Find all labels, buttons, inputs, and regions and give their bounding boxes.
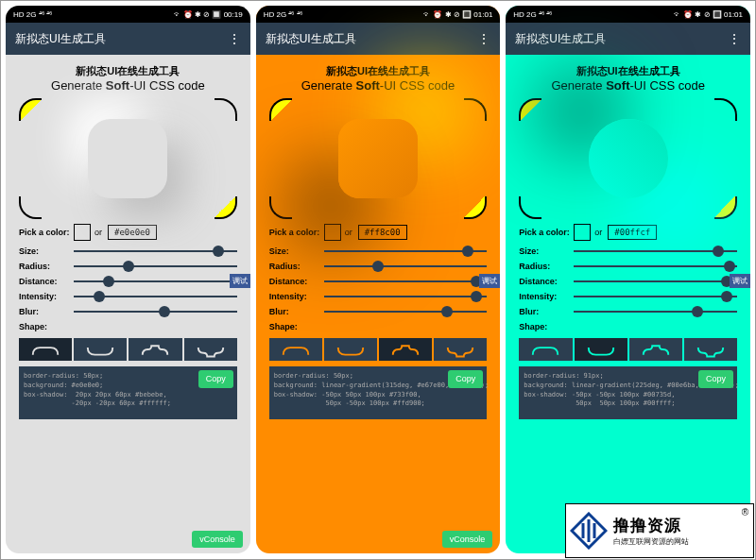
light-corner-br[interactable]: [714, 196, 737, 219]
code-output: border-radius: 91px; background: linear-…: [519, 366, 737, 419]
blur-slider[interactable]: [324, 311, 488, 313]
app-bar: 新拟态UI生成工具⋮: [506, 23, 750, 55]
heading-cn: 新拟态UI在线生成工具: [519, 64, 737, 78]
size-slider[interactable]: [74, 250, 237, 252]
shape-option-2[interactable]: [379, 338, 432, 361]
shape-option-3[interactable]: [434, 338, 487, 361]
shape-option-2[interactable]: [129, 338, 181, 361]
shape-label: Shape:: [269, 322, 320, 331]
heading-en: Generate Soft-UI CSS code: [269, 78, 488, 93]
status-bar: HD 2G ⁴⁶ ⁴⁶ᯤ ⏰ ✱ ⊘ 🔳 01:01: [506, 6, 750, 23]
intensity-slider[interactable]: [574, 296, 737, 297]
slider-thumb[interactable]: [372, 261, 384, 272]
watermark-title: 撸撸资源: [613, 515, 689, 536]
light-corner-bl[interactable]: [19, 196, 42, 219]
shape-option-3[interactable]: [184, 338, 237, 361]
app-bar: 新拟态UI生成工具⋮: [6, 23, 250, 55]
shape-option-0[interactable]: [519, 338, 572, 361]
phone-screen-2: HD 2G ⁴⁶ ⁴⁶ᯤ ⏰ ✱ ⊘ 🔳 01:01新拟态UI生成工具⋮新拟态U…: [506, 6, 750, 553]
shape-option-1[interactable]: [575, 338, 627, 361]
light-corner-tr[interactable]: [714, 98, 737, 121]
phone-screen-1: HD 2G ⁴⁶ ⁴⁶ᯤ ⏰ ✱ ⊘ 🔳 01:01新拟态UI生成工具⋮新拟态U…: [256, 6, 501, 553]
shape-option-1[interactable]: [74, 338, 127, 361]
blur-slider[interactable]: [574, 311, 737, 313]
slider-thumb[interactable]: [213, 246, 224, 257]
or-label: or: [94, 228, 102, 237]
slider-thumb[interactable]: [441, 306, 453, 317]
menu-icon[interactable]: ⋮: [728, 35, 741, 42]
status-bar: HD 2G ⁴⁶ ⁴⁶ᯤ ⏰ ✱ ⊘ 🔲 00:19: [6, 6, 250, 23]
slider-thumb[interactable]: [692, 306, 703, 317]
distance-slider[interactable]: [74, 280, 237, 282]
intensity-slider[interactable]: [74, 296, 237, 297]
radius-label: Radius:: [269, 262, 320, 271]
copy-button[interactable]: Copy: [198, 370, 233, 388]
shape-option-1[interactable]: [324, 338, 377, 361]
blur-label: Blur:: [269, 307, 320, 316]
preview-area: [519, 98, 737, 219]
copy-button[interactable]: Copy: [448, 370, 483, 388]
slider-thumb[interactable]: [471, 291, 482, 302]
light-corner-tl[interactable]: [19, 98, 42, 121]
color-swatch[interactable]: [574, 224, 591, 241]
color-swatch[interactable]: [74, 224, 91, 241]
size-slider[interactable]: [324, 250, 488, 252]
heading-en: Generate Soft-UI CSS code: [19, 78, 237, 93]
color-swatch[interactable]: [324, 224, 341, 241]
size-label: Size:: [519, 246, 570, 256]
radius-slider[interactable]: [324, 265, 488, 267]
preview-shape: [589, 119, 668, 198]
slider-thumb[interactable]: [713, 246, 724, 257]
copy-button[interactable]: Copy: [698, 370, 733, 388]
slider-thumb[interactable]: [123, 261, 134, 272]
distance-slider[interactable]: [574, 280, 737, 282]
debug-button[interactable]: 调试: [230, 274, 250, 288]
menu-icon[interactable]: ⋮: [477, 35, 490, 42]
app-bar: 新拟态UI生成工具⋮: [256, 23, 501, 55]
radius-slider[interactable]: [574, 265, 737, 267]
light-corner-br[interactable]: [215, 196, 237, 219]
vconsole-button[interactable]: vConsole: [192, 531, 243, 548]
light-corner-tl[interactable]: [519, 98, 541, 121]
debug-button[interactable]: 调试: [730, 274, 750, 288]
code-output: border-radius: 50px; background: linear-…: [269, 366, 488, 419]
size-label: Size:: [269, 246, 320, 256]
light-corner-tr[interactable]: [464, 98, 487, 121]
status-bar: HD 2G ⁴⁶ ⁴⁶ᯤ ⏰ ✱ ⊘ 🔳 01:01: [256, 6, 501, 23]
shape-label: Shape:: [519, 322, 570, 331]
shape-option-3[interactable]: [684, 338, 737, 361]
hex-input[interactable]: #00ffcf: [608, 225, 657, 240]
phone-screen-0: HD 2G ⁴⁶ ⁴⁶ᯤ ⏰ ✱ ⊘ 🔲 00:19新拟态UI生成工具⋮新拟态U…: [6, 6, 250, 553]
preview-shape: [338, 119, 418, 198]
menu-icon[interactable]: ⋮: [228, 35, 241, 42]
distance-slider[interactable]: [324, 280, 488, 282]
light-corner-br[interactable]: [464, 196, 487, 219]
or-label: or: [345, 228, 352, 237]
slider-thumb[interactable]: [159, 306, 170, 317]
radius-slider[interactable]: [74, 265, 237, 267]
size-slider[interactable]: [574, 250, 737, 252]
intensity-slider[interactable]: [324, 296, 488, 297]
shape-option-0[interactable]: [19, 338, 72, 361]
watermark-subtitle: 白嫖互联网资源的网站: [613, 536, 689, 547]
shape-option-0[interactable]: [269, 338, 322, 361]
slider-thumb[interactable]: [724, 261, 735, 272]
blur-label: Blur:: [519, 307, 570, 316]
light-corner-tr[interactable]: [215, 98, 237, 121]
hex-input[interactable]: #ff8c00: [358, 225, 407, 240]
vconsole-button[interactable]: vConsole: [442, 531, 493, 548]
slider-thumb[interactable]: [103, 276, 114, 287]
shape-label: Shape:: [19, 322, 70, 331]
hex-input[interactable]: #e0e0e0: [108, 225, 157, 240]
light-corner-bl[interactable]: [519, 196, 541, 219]
light-corner-tl[interactable]: [269, 98, 292, 121]
light-corner-bl[interactable]: [269, 196, 292, 219]
shape-option-2[interactable]: [629, 338, 682, 361]
slider-thumb[interactable]: [462, 246, 473, 257]
blur-slider[interactable]: [74, 311, 237, 313]
slider-thumb[interactable]: [94, 291, 105, 302]
pick-color-label: Pick a color:: [19, 228, 70, 237]
watermark-logo-icon: [570, 512, 608, 550]
debug-button[interactable]: 调试: [479, 274, 500, 288]
slider-thumb[interactable]: [721, 291, 732, 302]
